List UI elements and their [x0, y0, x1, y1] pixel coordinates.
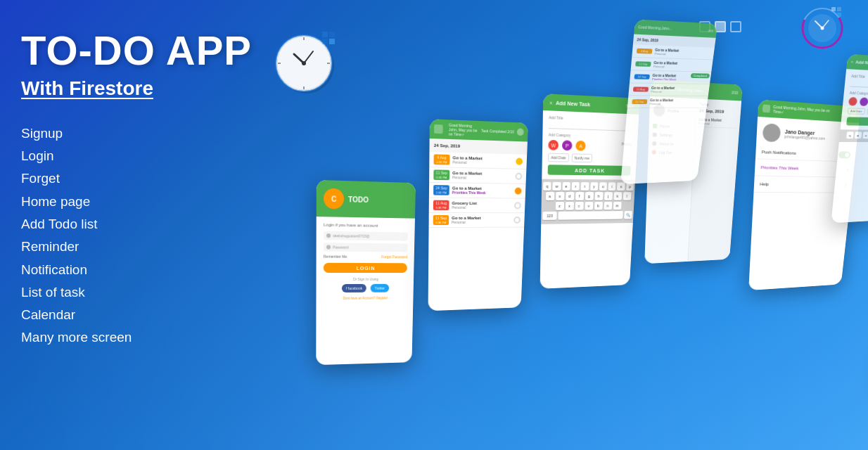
add-task-btn[interactable]: ADD TASK	[548, 165, 631, 176]
key-y[interactable]: y	[590, 182, 598, 191]
key-search[interactable]: 🔍	[624, 211, 632, 219]
back-task-5: 11 Sep Go to a Market Personal	[627, 96, 708, 108]
key-g[interactable]: g	[585, 192, 593, 200]
password-icon	[326, 245, 331, 249]
key-f[interactable]: f	[575, 192, 584, 200]
key-q[interactable]: q	[543, 182, 551, 191]
title-field[interactable]	[549, 121, 633, 131]
back-badge-5: 11 Sep	[632, 99, 647, 104]
task-item-3[interactable]: 24 Sep2:00 PM Go to a Market Priorities …	[429, 183, 526, 199]
key-k[interactable]: k	[613, 192, 622, 200]
add-date[interactable]: Add Date	[548, 153, 569, 162]
key-row-3: z x c v b n m	[543, 202, 633, 210]
task-sub-3: Priorities This Week	[452, 191, 512, 195]
remember-me: Remember Me	[324, 255, 347, 259]
key-c[interactable]: c	[575, 202, 583, 210]
facebook-btn[interactable]: f facebook	[342, 284, 366, 292]
key-t[interactable]: t	[581, 182, 589, 191]
help-label: Help	[760, 182, 845, 187]
cat-personal[interactable]: P	[562, 140, 573, 150]
task-content-5: Go to a Market Personal	[452, 216, 511, 224]
password-field[interactable]: Password	[324, 243, 408, 252]
feature-more: Many more screen	[21, 326, 260, 349]
back-sub-5: Personal	[649, 102, 703, 105]
task-item-5[interactable]: 11 Sep6:30 PM Go to a Market Personal	[429, 213, 525, 228]
task-circle-4	[514, 202, 521, 209]
key-space[interactable]	[558, 211, 623, 220]
notify-me[interactable]: Notify me	[572, 153, 593, 162]
task-item-2[interactable]: 11 Sep6:30 PM Go to a Market Personal	[429, 167, 526, 184]
login-body: Login if you have an account deekshaguat…	[316, 217, 415, 306]
task-sub-1: Personal	[452, 160, 513, 165]
menu-icon	[434, 124, 443, 134]
key-v[interactable]: v	[585, 202, 593, 210]
back-cat-2	[860, 98, 868, 106]
key-b[interactable]: b	[594, 202, 602, 210]
task-sub-2: Personal	[452, 175, 513, 181]
login-button-text: LOGIN	[357, 265, 376, 270]
key-x[interactable]: x	[565, 202, 573, 210]
svg-rect-21	[831, 7, 836, 11]
back-cat-lbl: Add Category	[850, 91, 868, 98]
clock-icon	[267, 25, 345, 102]
key-i[interactable]: i	[608, 182, 616, 191]
back-greeting: Good Morning John...	[638, 25, 709, 32]
key-s[interactable]: s	[556, 192, 564, 200]
back-icon[interactable]: ✕	[549, 100, 553, 105]
back-addtask-body: Add Title Add Category Priority Add Date…	[841, 69, 868, 130]
key-z[interactable]: z	[555, 202, 563, 210]
app-title: TO-DO APP	[21, 28, 260, 73]
key-a[interactable]: a	[545, 192, 554, 200]
keyboard: q w e r t y u i o p a s d	[541, 179, 635, 224]
task-badge-3: 24 Sep2:00 PM	[433, 185, 449, 195]
key-e[interactable]: e	[562, 182, 570, 191]
task-circle-1	[516, 158, 523, 165]
phone-home-screen: Good Morning John, May you be on Time✓ T…	[428, 119, 528, 311]
left-panel: TO-DO APP With Firestore Signup Login Fo…	[0, 0, 281, 450]
phones-area: C TODO Login if you have an account deek…	[281, 0, 868, 450]
completed-badge: Completed	[691, 73, 710, 78]
add-task-title: Add New Task	[556, 100, 590, 107]
phone-add-task-screen: ✕ Add New Task Save Add Title Add Catego…	[540, 94, 640, 289]
logo-text: TODO	[348, 195, 369, 203]
key-w[interactable]: w	[553, 182, 561, 191]
back-title-input	[850, 79, 868, 89]
key-j[interactable]: j	[604, 192, 613, 200]
back-sub-2: Personal	[653, 65, 708, 70]
back-addtask-title: Add New Task	[855, 60, 868, 66]
add-task-btn-text: ADD TASK	[575, 167, 605, 173]
email-field[interactable]: deekshaguatam0703@	[324, 231, 408, 241]
feature-calendar: Calendar	[21, 304, 260, 326]
page-content: TO-DO APP With Firestore Signup Login Fo…	[0, 0, 868, 450]
task-item-4[interactable]: 11 Aug6:30 PM Grocery List Personal	[429, 198, 525, 214]
key-h[interactable]: h	[594, 192, 603, 200]
settings-greeting: Good Morning John, May you be on Time✓	[773, 104, 840, 117]
cat-assign[interactable]: A	[575, 141, 586, 151]
key-u[interactable]: u	[599, 182, 607, 191]
svg-rect-11	[322, 32, 328, 37]
svg-rect-22	[837, 7, 841, 11]
key-n[interactable]: n	[604, 202, 612, 210]
back-badge-2: 11 Sep	[635, 61, 651, 67]
settings-menu-icon[interactable]	[762, 104, 770, 112]
task-count: Task Completed 2/10	[481, 129, 514, 134]
key-r[interactable]: r	[571, 182, 580, 191]
email-text: deekshaguatam0703@	[333, 233, 369, 238]
task-circle-2	[515, 173, 522, 180]
register-link[interactable]: Dont have an Account? Register	[324, 296, 407, 300]
key-row-4: 123 🔍	[542, 211, 632, 220]
category-label: Add Category	[549, 132, 632, 139]
twitter-btn[interactable]: Twitter	[371, 284, 389, 292]
forgot-password[interactable]: Forgot Password	[381, 255, 407, 259]
app-subtitle: With Firestore	[21, 77, 260, 100]
back-cat-1	[848, 97, 857, 106]
key-d[interactable]: d	[566, 192, 574, 200]
cat-work[interactable]: W	[548, 140, 559, 150]
back-date: 24 Sep, 2019	[637, 37, 658, 42]
key-l[interactable]: l	[623, 192, 631, 200]
key-m[interactable]: m	[613, 202, 621, 210]
key-123[interactable]: 123	[542, 212, 556, 220]
search-icon[interactable]	[517, 128, 524, 136]
login-button[interactable]: LOGIN	[324, 263, 407, 273]
task-item-1[interactable]: 4 Aug4:30 PM Go to a Market Personal	[429, 152, 527, 169]
